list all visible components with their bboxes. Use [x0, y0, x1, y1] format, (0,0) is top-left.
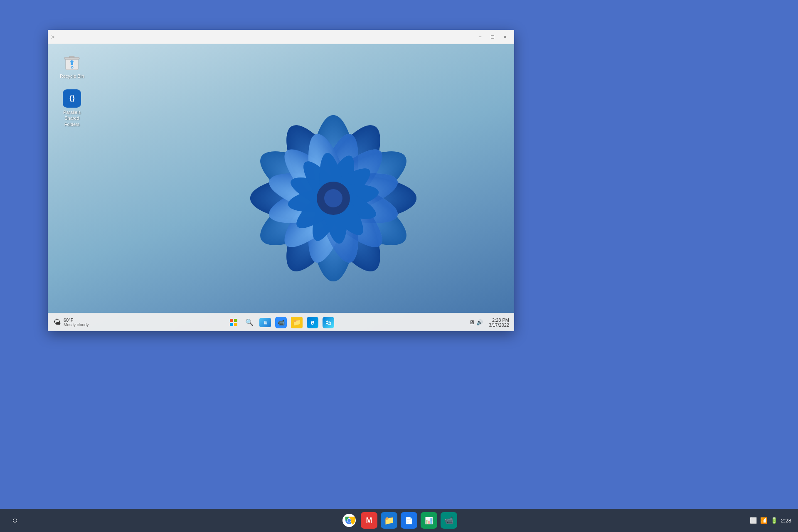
- chromeos-meet2-icon[interactable]: 📹: [441, 512, 457, 529]
- win11-system-tray[interactable]: 🖥 🔊: [468, 318, 485, 326]
- win11-start-button[interactable]: [226, 315, 241, 330]
- minimize-button[interactable]: −: [474, 32, 486, 42]
- files-logo-icon: 📁: [384, 515, 394, 525]
- vm-window: > − □ ×: [48, 30, 514, 331]
- parallels-label: Parallels Shared Folders: [57, 109, 87, 127]
- sheets-logo-icon: 📊: [425, 517, 433, 525]
- chromeos-wifi-icon: 📶: [760, 517, 767, 524]
- win11-search-button[interactable]: 🔍: [242, 315, 257, 330]
- zoom-icon: 📹: [275, 317, 287, 328]
- chromeos-time: 2:28: [781, 517, 791, 524]
- chrome-logo-icon: [342, 514, 356, 527]
- win11-edge-button[interactable]: e: [305, 315, 320, 330]
- svg-rect-45: [234, 323, 237, 326]
- svg-rect-43: [234, 319, 237, 322]
- win11-wallpaper: [48, 44, 514, 331]
- win11-file-explorer-button[interactable]: 📁: [289, 315, 304, 330]
- win11-widgets-button[interactable]: ▦: [258, 315, 273, 330]
- recycle-bin-image: ♻: [63, 53, 81, 71]
- launcher-icon: ○: [12, 515, 17, 526]
- weather-temp: 60°F: [64, 318, 89, 323]
- svg-point-49: [347, 519, 351, 522]
- display-icon: 🖥: [469, 319, 475, 325]
- svg-rect-40: [69, 56, 74, 58]
- svg-rect-44: [230, 323, 233, 326]
- win11-bloom-wallpaper: [188, 53, 479, 323]
- chromeos-launcher-button[interactable]: ○: [7, 512, 23, 529]
- recycle-bin-svg: ♻: [64, 53, 80, 71]
- windows-logo-icon: [230, 319, 237, 326]
- parallels-shared-folders-icon[interactable]: ⟨⟩ Parallels Shared Folders: [55, 88, 89, 129]
- volume-icon: 🔊: [476, 319, 483, 325]
- chromeos-taskbar-left: ○: [7, 512, 23, 529]
- win11-time-display: 2:28 PM: [489, 318, 509, 323]
- recycle-bin-icon[interactable]: ♻ Recycle Bin: [55, 52, 89, 81]
- meet-logo-icon: M: [366, 516, 372, 525]
- win11-clock[interactable]: 2:28 PM 3/17/2022: [487, 317, 511, 328]
- weather-icon: 🌤: [54, 318, 61, 327]
- chromeos-status-area[interactable]: ⬜ 📶 🔋 2:28: [750, 517, 791, 524]
- svg-text:♻: ♻: [71, 66, 74, 69]
- maximize-button[interactable]: □: [487, 32, 498, 42]
- weather-info: 60°F Mostly cloudy: [64, 318, 89, 327]
- parallels-icon-image: ⟨⟩: [63, 89, 81, 108]
- edge-icon: e: [307, 317, 318, 328]
- file-explorer-icon: 📁: [291, 317, 303, 328]
- chromeos-meet-icon[interactable]: M: [361, 512, 377, 529]
- svg-rect-42: [230, 319, 233, 322]
- chromeos-files-icon[interactable]: 📁: [381, 512, 397, 529]
- chromeos-battery-icon: 🔋: [771, 517, 778, 524]
- meet2-logo-icon: 📹: [444, 516, 453, 525]
- weather-desc: Mostly cloudy: [64, 323, 89, 327]
- chromeos-taskbar: ○ M 📁 📄: [0, 509, 798, 532]
- win11-taskbar: 🌤 60°F Mostly cloudy: [48, 313, 514, 331]
- parallels-arrow-icon: ⟨⟩: [69, 94, 75, 103]
- docs-logo-icon: 📄: [405, 517, 413, 525]
- win11-desktop: ♻ Recycle Bin ⟨⟩ Parallels Shared Folder…: [48, 44, 514, 331]
- win11-zoom-button[interactable]: 📹: [273, 315, 288, 330]
- chromeos-sheets-icon[interactable]: 📊: [421, 512, 437, 529]
- vm-titlebar-chevron: >: [51, 34, 54, 40]
- chromeos-taskbar-center: M 📁 📄 📊 📹: [341, 512, 457, 529]
- store-icon: 🛍: [323, 317, 334, 328]
- chromeos-system-icons[interactable]: ⬜ 📶 🔋 2:28: [750, 517, 791, 524]
- win11-date-display: 3/17/2022: [489, 323, 509, 328]
- weather-widget[interactable]: 🌤 60°F Mostly cloudy: [51, 317, 91, 328]
- parallels-icon-bg: ⟨⟩: [63, 89, 81, 108]
- vm-titlebar: > − □ ×: [48, 30, 514, 44]
- widgets-icon: ▦: [259, 318, 271, 327]
- win11-store-button[interactable]: 🛍: [321, 315, 336, 330]
- svg-point-37: [324, 189, 342, 207]
- close-button[interactable]: ×: [499, 32, 511, 42]
- search-icon: 🔍: [245, 318, 254, 326]
- chromeos-screen-icon: ⬜: [750, 517, 757, 524]
- chromeos-docs-icon[interactable]: 📄: [401, 512, 417, 529]
- chromeos-chrome-icon[interactable]: [341, 512, 357, 529]
- recycle-bin-label: Recycle Bin: [60, 73, 84, 79]
